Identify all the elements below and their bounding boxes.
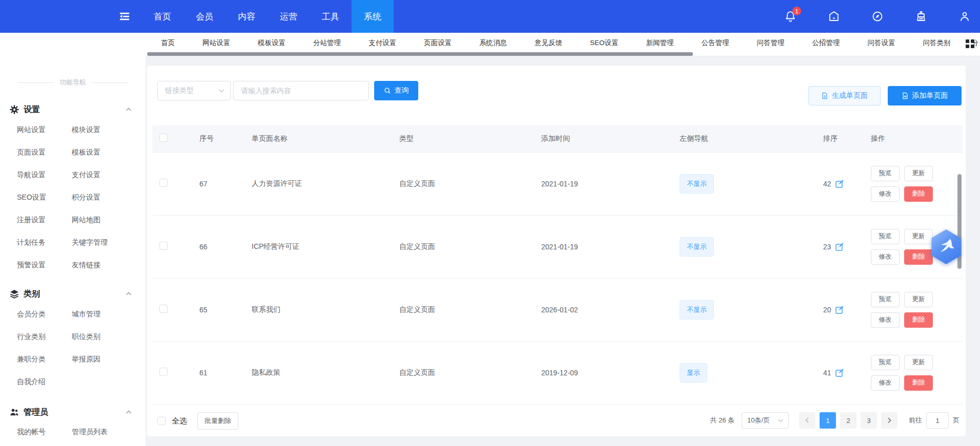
notification-bell-icon[interactable]: 1 xyxy=(784,10,797,23)
next-page-button[interactable] xyxy=(881,412,897,429)
update-button[interactable]: 更新 xyxy=(904,166,933,181)
edit-sort-icon[interactable] xyxy=(835,305,844,314)
generate-page-button[interactable]: 生成单页面 xyxy=(808,86,881,105)
tab-payment-settings[interactable]: 支付设置 xyxy=(355,38,410,48)
delete-button[interactable]: 删除 xyxy=(904,312,933,328)
more-tabs-grid-icon[interactable] xyxy=(966,39,975,49)
menu-collapse-icon[interactable] xyxy=(117,10,132,23)
batch-delete-button[interactable]: 批量删除 xyxy=(197,412,238,430)
sidebar-item[interactable]: 我的帐号 xyxy=(17,421,72,443)
nav-item-operations[interactable]: 运营 xyxy=(268,0,310,33)
tab-recruit-management[interactable]: 公招管理 xyxy=(799,38,854,48)
tab-substation[interactable]: 分站管理 xyxy=(299,38,355,48)
sidebar-item[interactable]: 职位类别 xyxy=(72,326,135,348)
modify-button[interactable]: 修改 xyxy=(871,186,900,202)
sidebar-section-categories[interactable]: 类别 xyxy=(0,286,146,302)
select-all-checkbox[interactable] xyxy=(157,417,166,425)
tab-announcements[interactable]: 公告管理 xyxy=(688,38,743,48)
chevron-up-icon[interactable] xyxy=(125,290,132,298)
sidebar-item[interactable]: 网站地图 xyxy=(72,209,135,231)
tab-news[interactable]: 新闻管理 xyxy=(632,38,688,48)
sidebar-item[interactable]: 积分设置 xyxy=(72,186,135,209)
sidebar-item[interactable]: 网站设置 xyxy=(17,119,72,141)
prev-page-button[interactable] xyxy=(799,412,815,429)
tab-template-settings[interactable]: 模板设置 xyxy=(244,38,299,48)
sidebar-item[interactable]: 支付设置 xyxy=(72,164,135,186)
goto-page-input[interactable] xyxy=(926,412,949,429)
preview-button[interactable]: 预览 xyxy=(871,292,900,307)
nav-item-home[interactable]: 首页 xyxy=(141,0,183,33)
tab-qa-settings[interactable]: 问答设置 xyxy=(854,38,909,48)
preview-button[interactable]: 预览 xyxy=(871,229,900,244)
sidebar-section-admins[interactable]: 管理员 xyxy=(0,405,146,420)
modify-button[interactable]: 修改 xyxy=(871,312,900,328)
user-icon[interactable] xyxy=(958,10,971,23)
sidebar-item[interactable]: 会员分类 xyxy=(17,303,72,326)
tab-qa-category[interactable]: 问答类别 xyxy=(909,38,965,48)
sidebar-item[interactable]: 管理员类型 xyxy=(72,443,135,446)
tab-system-messages[interactable]: 系统消息 xyxy=(465,38,521,48)
sidebar-item[interactable]: 页面设置 xyxy=(17,141,72,164)
search-input[interactable] xyxy=(233,81,369,100)
sidebar-item[interactable]: 举报原因 xyxy=(72,348,135,371)
nav-item-tools[interactable]: 工具 xyxy=(310,0,352,33)
sidebar-item[interactable]: 关键字管理 xyxy=(72,231,135,254)
tab-qa-management[interactable]: 问答管理 xyxy=(743,38,799,48)
tab-page-settings[interactable]: 页面设置 xyxy=(410,38,465,48)
sidebar-item[interactable]: 模块设置 xyxy=(72,119,135,141)
update-button[interactable]: 更新 xyxy=(904,292,933,307)
sidebar-item[interactable]: 行业类别 xyxy=(17,326,72,348)
sidebar-item[interactable]: 自我介绍 xyxy=(17,371,72,393)
page-size-select[interactable]: 10条/页 xyxy=(742,412,789,429)
tab-home[interactable]: 首页 xyxy=(147,38,189,48)
edit-sort-icon[interactable] xyxy=(835,242,844,251)
page-button-2[interactable]: 2 xyxy=(840,412,856,429)
add-page-button[interactable]: 添加单页面 xyxy=(888,86,962,105)
sidebar-item[interactable]: 城市管理 xyxy=(72,303,135,326)
edit-sort-icon[interactable] xyxy=(835,179,844,188)
sidebar-item[interactable]: SEO设置 xyxy=(17,186,72,209)
home-icon[interactable] xyxy=(828,10,840,23)
row-checkbox[interactable] xyxy=(159,305,168,313)
update-button[interactable]: 更新 xyxy=(904,229,933,244)
sidebar-item[interactable]: 模板设置 xyxy=(72,141,135,164)
tab-seo-settings[interactable]: SEO设置 xyxy=(576,38,632,48)
row-checkbox[interactable] xyxy=(159,179,168,187)
sidebar-item[interactable]: 管理员列表 xyxy=(72,421,135,443)
tab-feedback[interactable]: 意见反馈 xyxy=(521,38,576,48)
row-checkbox[interactable] xyxy=(159,242,168,250)
delete-button[interactable]: 删除 xyxy=(904,375,933,391)
chevron-up-icon[interactable] xyxy=(125,409,132,416)
nav-item-system[interactable]: 系统 xyxy=(352,0,394,33)
delete-button[interactable]: 删除 xyxy=(904,249,933,265)
sidebar-item[interactable]: 预警设置 xyxy=(17,254,72,277)
sidebar-section-settings[interactable]: 设置 xyxy=(0,102,146,117)
modify-button[interactable]: 修改 xyxy=(871,375,900,391)
link-type-select[interactable]: 链接类型 xyxy=(157,81,231,100)
select-all-header-checkbox[interactable] xyxy=(159,134,168,142)
sidebar-item[interactable]: 友情链接 xyxy=(72,254,135,277)
row-checkbox[interactable] xyxy=(159,368,168,376)
preview-button[interactable]: 预览 xyxy=(871,355,900,370)
chevron-up-icon[interactable] xyxy=(125,106,132,113)
query-button[interactable]: 查询 xyxy=(374,81,418,100)
sidebar-item[interactable]: 兼职分类 xyxy=(17,348,72,371)
delete-button[interactable]: 删除 xyxy=(904,186,933,202)
edit-sort-icon[interactable] xyxy=(835,368,844,377)
clean-cache-icon[interactable] xyxy=(915,10,927,23)
sidebar-item[interactable]: 导航设置 xyxy=(17,164,72,186)
thunder-download-widget[interactable] xyxy=(930,229,962,264)
preview-button[interactable]: 预览 xyxy=(871,166,900,181)
update-button[interactable]: 更新 xyxy=(904,355,933,370)
sidebar-item[interactable]: 计划任务 xyxy=(17,231,72,254)
compass-icon[interactable] xyxy=(871,10,884,23)
page-button-1[interactable]: 1 xyxy=(820,412,836,429)
tabbar-scrollbar-thumb[interactable] xyxy=(147,52,693,56)
nav-item-content[interactable]: 内容 xyxy=(226,0,268,33)
sidebar-item[interactable]: 管理员日志 xyxy=(17,443,72,446)
page-button-3[interactable]: 3 xyxy=(861,412,877,429)
modify-button[interactable]: 修改 xyxy=(871,249,900,265)
tab-site-settings[interactable]: 网站设置 xyxy=(189,38,244,48)
sidebar-item[interactable]: 注册设置 xyxy=(17,209,72,231)
nav-item-members[interactable]: 会员 xyxy=(183,0,226,33)
